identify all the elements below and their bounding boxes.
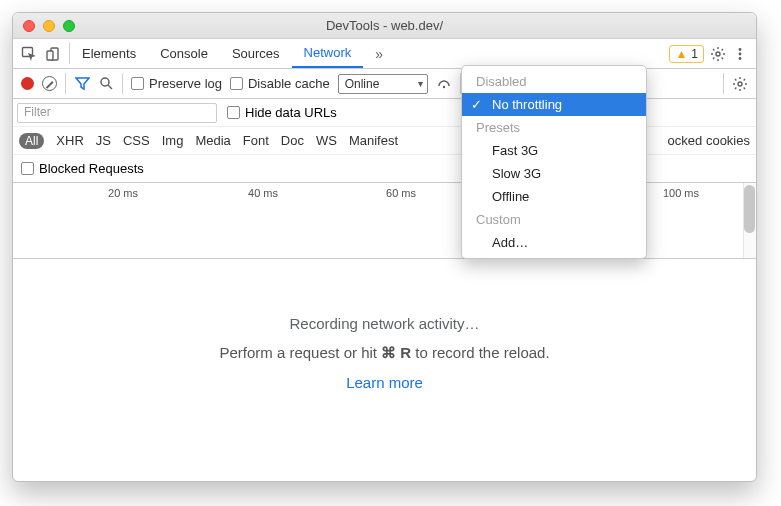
separator: [65, 73, 66, 94]
throttle-option-no-throttling[interactable]: No throttling: [462, 93, 646, 116]
throttling-value: Online: [345, 77, 380, 91]
throttle-option-slow-3g[interactable]: Slow 3G: [462, 162, 646, 185]
throttle-option-offline[interactable]: Offline: [462, 185, 646, 208]
warnings-badge[interactable]: ▲ 1: [669, 45, 704, 63]
svg-point-4: [739, 48, 742, 51]
mac-titlebar: DevTools - web.dev/: [13, 13, 756, 39]
disable-cache-checkbox[interactable]: Disable cache: [230, 76, 330, 91]
checkbox-icon: [21, 162, 34, 175]
tab-elements[interactable]: Elements: [70, 39, 148, 68]
dropdown-group-presets: Presets: [462, 116, 646, 139]
tab-network[interactable]: Network: [292, 39, 364, 68]
separator: [122, 73, 123, 94]
minimize-window-button[interactable]: [43, 20, 55, 32]
throttling-select[interactable]: Online: [338, 74, 428, 94]
filter-input[interactable]: Filter: [17, 103, 217, 123]
tab-console[interactable]: Console: [148, 39, 220, 68]
inspect-element-icon[interactable]: [21, 46, 37, 62]
device-toolbar-icon[interactable]: [45, 46, 61, 62]
svg-point-3: [716, 52, 720, 56]
devtools-window: DevTools - web.dev/ Elements Console Sou…: [12, 12, 757, 482]
timeline-scrollbar[interactable]: [743, 183, 756, 258]
svg-point-7: [101, 78, 109, 86]
separator: [723, 73, 724, 94]
traffic-lights: [23, 20, 75, 32]
svg-line-8: [108, 85, 112, 89]
throttle-option-fast-3g[interactable]: Fast 3G: [462, 139, 646, 162]
svg-rect-2: [47, 51, 53, 60]
filter-xhr[interactable]: XHR: [56, 133, 83, 148]
tabbar-right: ▲ 1: [661, 39, 756, 68]
svg-point-5: [739, 52, 742, 55]
main-tabbar: Elements Console Sources Network » ▲ 1: [13, 39, 756, 69]
filter-all[interactable]: All: [19, 133, 44, 149]
network-settings-gear-icon[interactable]: [732, 76, 748, 92]
filter-media[interactable]: Media: [195, 133, 230, 148]
filter-js[interactable]: JS: [96, 133, 111, 148]
filter-doc[interactable]: Doc: [281, 133, 304, 148]
throttle-option-add[interactable]: Add…: [462, 231, 646, 254]
filter-ws[interactable]: WS: [316, 133, 337, 148]
timeline-tick: 20 ms: [108, 187, 138, 199]
blocked-requests-checkbox[interactable]: Blocked Requests: [21, 161, 144, 176]
dropdown-group-custom: Custom: [462, 208, 646, 231]
warning-count: 1: [691, 47, 698, 61]
checkbox-icon: [131, 77, 144, 90]
svg-point-9: [442, 85, 444, 87]
window-title: DevTools - web.dev/: [13, 18, 756, 33]
network-conditions-icon[interactable]: [436, 76, 452, 92]
empty-state: Recording network activity… Perform a re…: [13, 259, 756, 391]
more-tabs-icon[interactable]: »: [363, 39, 395, 68]
clear-icon[interactable]: [42, 76, 57, 91]
blocked-cookies-label-partial[interactable]: ocked cookies: [668, 133, 750, 148]
recording-message: Recording network activity…: [289, 315, 479, 332]
filter-img[interactable]: Img: [162, 133, 184, 148]
checkbox-icon: [230, 77, 243, 90]
disable-cache-label: Disable cache: [248, 76, 330, 91]
checkbox-icon: [227, 106, 240, 119]
svg-point-6: [739, 57, 742, 60]
kebab-menu-icon[interactable]: [732, 46, 748, 62]
settings-gear-icon[interactable]: [710, 46, 726, 62]
scrollbar-thumb[interactable]: [744, 185, 755, 233]
throttling-dropdown: Disabled No throttling Presets Fast 3G S…: [461, 65, 647, 259]
instruction-message: Perform a request or hit ⌘ R to record t…: [219, 344, 549, 362]
filter-manifest[interactable]: Manifest: [349, 133, 398, 148]
svg-point-12: [738, 82, 742, 86]
hide-data-urls-label: Hide data URLs: [245, 105, 337, 120]
filter-css[interactable]: CSS: [123, 133, 150, 148]
tab-sources[interactable]: Sources: [220, 39, 292, 68]
record-button[interactable]: [21, 77, 34, 90]
close-window-button[interactable]: [23, 20, 35, 32]
preserve-log-label: Preserve log: [149, 76, 222, 91]
filter-font[interactable]: Font: [243, 133, 269, 148]
warning-icon: ▲: [675, 47, 687, 61]
preserve-log-checkbox[interactable]: Preserve log: [131, 76, 222, 91]
dropdown-group-disabled: Disabled: [462, 70, 646, 93]
inspect-tools: [13, 39, 69, 68]
hide-data-urls-checkbox[interactable]: Hide data URLs: [227, 105, 337, 120]
zoom-window-button[interactable]: [63, 20, 75, 32]
timeline-tick: 40 ms: [248, 187, 278, 199]
timeline-tick: 100 ms: [663, 187, 699, 199]
search-icon[interactable]: [98, 76, 114, 92]
panel-tabs: Elements Console Sources Network »: [70, 39, 395, 68]
timeline-tick: 60 ms: [386, 187, 416, 199]
filter-icon[interactable]: [74, 76, 90, 92]
learn-more-link[interactable]: Learn more: [346, 374, 423, 391]
keyboard-shortcut: ⌘ R: [381, 344, 411, 361]
blocked-requests-label: Blocked Requests: [39, 161, 144, 176]
